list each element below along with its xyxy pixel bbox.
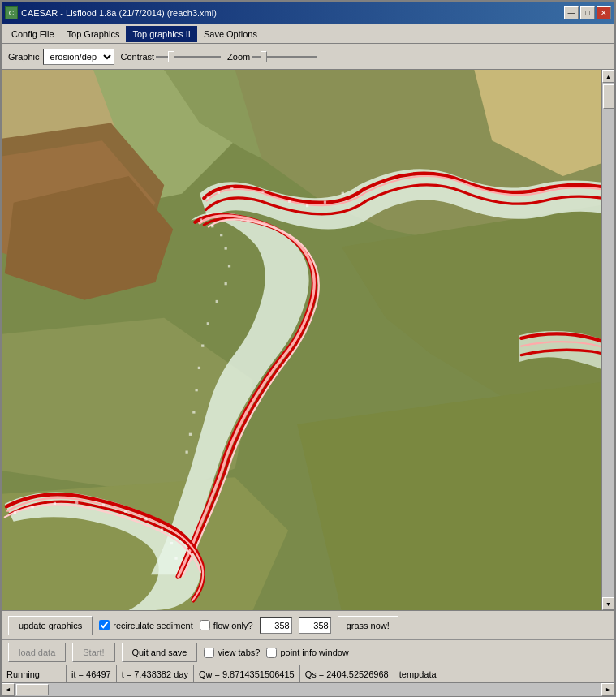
menu-config-file[interactable]: Config File [5,26,61,42]
title-bar: C CAESAR - Lisflood 1.8a (21/7/2014) (re… [2,2,614,24]
title-buttons: — □ ✕ [564,6,611,19]
svg-rect-20 [342,192,344,195]
main-window: C CAESAR - Lisflood 1.8a (21/7/2014) (re… [0,0,616,697]
svg-rect-26 [225,282,227,285]
minimize-button[interactable]: — [564,6,579,19]
svg-rect-31 [195,389,197,391]
vertical-scrollbar: ▲ ▼ [601,70,614,610]
river-svg [2,70,601,610]
recirculate-group: recirculate sediment [99,620,192,630]
scroll-track [602,83,615,597]
flow-only-checkbox[interactable] [200,620,210,630]
control-row-1: update graphics recirculate sediment flo… [2,611,614,640]
time-status: t = 7.438382 day [117,665,194,682]
scroll-down-button[interactable]: ▼ [602,597,615,610]
graphic-select[interactable]: erosion/dep elevation water depth veloci… [43,49,114,65]
graphic-label: Graphic [8,52,40,62]
flow-only-group: flow only? [200,620,253,630]
num-input-1[interactable] [260,617,292,634]
maximize-button[interactable]: □ [580,6,595,19]
qw-status: Qw = 9.8714351506415 [194,665,300,682]
svg-rect-43 [170,542,173,544]
contrast-slider[interactable] [156,50,221,63]
grass-button[interactable]: grass now! [338,616,398,635]
graphic-group: Graphic erosion/dep elevation water dept… [8,49,114,65]
bottom-controls: update graphics recirculate sediment flo… [2,610,614,665]
svg-rect-19 [324,201,326,204]
view-tabs-group: view tabs? [204,648,260,658]
contrast-label: Contrast [121,52,155,62]
flow-only-label: flow only? [213,621,253,630]
load-data-button[interactable]: load data [8,643,66,662]
svg-rect-41 [144,518,147,520]
contrast-group: Contrast [121,50,222,63]
quit-save-button[interactable]: Quit and save [122,643,198,662]
svg-rect-35 [14,511,16,514]
svg-rect-16 [261,190,264,192]
tempdata-status: tempdata [394,665,442,682]
svg-rect-28 [207,322,209,325]
zoom-group: Zoom [227,50,317,63]
svg-rect-21 [200,218,202,221]
svg-rect-15 [230,187,233,189]
svg-rect-37 [54,502,56,505]
canvas-wrapper: ▲ ▼ [2,70,614,610]
point-info-checkbox[interactable] [266,648,277,658]
scroll-right-button[interactable]: ► [601,683,614,696]
scroll-thumb[interactable] [603,84,614,109]
svg-rect-38 [75,501,78,504]
menu-save-options[interactable]: Save Options [197,26,264,42]
app-icon: C [5,6,18,19]
svg-rect-13 [207,196,209,199]
svg-rect-30 [198,367,200,369]
update-graphics-button[interactable]: update graphics [8,616,93,635]
menu-top-graphics[interactable]: Top Graphics [61,26,127,42]
svg-rect-39 [102,504,105,506]
hscroll-track [15,683,601,696]
title-bar-left: C CAESAR - Lisflood 1.8a (21/7/2014) (re… [5,6,217,19]
svg-rect-27 [216,300,218,303]
map-canvas [2,70,601,610]
svg-rect-42 [161,529,163,531]
svg-rect-36 [32,506,34,508]
horizontal-scrollbar: ◄ ► [2,682,614,695]
menu-bar: Config File Top Graphics Top graphics II… [2,24,614,44]
menu-top-graphics-ii[interactable]: Top graphics II [126,26,197,42]
control-row-2: load data Start! Quit and save view tabs… [2,640,614,665]
window-title: CAESAR - Lisflood 1.8a (21/7/2014) (reac… [21,8,217,18]
svg-rect-25 [228,265,230,267]
svg-rect-40 [124,510,127,513]
toolbar: Graphic erosion/dep elevation water dept… [2,44,614,70]
recirculate-label: recirculate sediment [113,621,192,630]
point-info-group: point info window [266,648,348,658]
recirculate-checkbox[interactable] [99,620,110,630]
svg-rect-32 [192,411,195,413]
status-bar: Running it = 46497 t = 7.438382 day Qw =… [2,665,614,682]
view-tabs-checkbox[interactable] [204,648,214,658]
svg-rect-17 [288,200,291,202]
svg-rect-33 [189,433,192,436]
svg-rect-29 [201,344,204,346]
hscroll-thumb[interactable] [16,684,49,695]
start-button[interactable]: Start! [72,643,114,662]
view-tabs-label: view tabs? [218,648,260,657]
point-info-label: point info window [280,648,348,657]
iteration-status: it = 46497 [67,665,117,682]
zoom-label: Zoom [227,52,250,62]
svg-rect-34 [185,450,187,453]
scroll-up-button[interactable]: ▲ [602,70,615,83]
svg-rect-18 [306,204,308,207]
running-status: Running [2,665,67,682]
svg-rect-23 [220,234,222,236]
close-button[interactable]: ✕ [597,6,611,19]
svg-rect-14 [218,191,220,194]
num-input-2[interactable] [299,617,331,634]
zoom-slider[interactable] [252,50,317,63]
svg-rect-22 [211,225,213,227]
scroll-left-button[interactable]: ◄ [2,683,15,696]
svg-rect-24 [225,247,227,249]
qs-status: Qs = 2404.52526968 [300,665,394,682]
svg-rect-44 [174,557,177,559]
